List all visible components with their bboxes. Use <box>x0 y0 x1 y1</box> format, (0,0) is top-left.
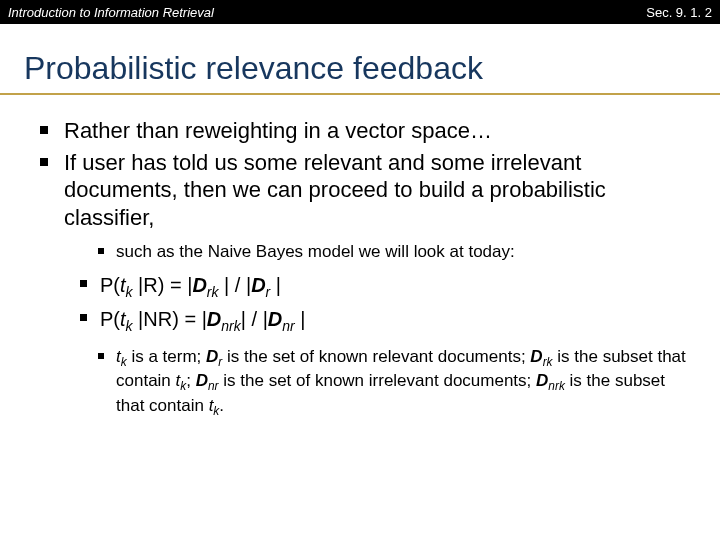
bullet-2: If user has told us some relevant and so… <box>40 149 688 420</box>
bullet-1: Rather than reweighting in a vector spac… <box>40 117 688 145</box>
d-nr5: nr <box>208 380 219 394</box>
f1-Dr-D: D <box>251 274 265 296</box>
formula-1: P(tk |R) = |Drk | / |Dr | <box>80 272 688 302</box>
f1-Drk-D: D <box>192 274 206 296</box>
d-nrk6: nrk <box>548 380 565 394</box>
formula-list: P(tk |R) = |Drk | / |Dr | P(tk |NR) = |D… <box>80 272 688 336</box>
d-rest5: is the set of known irrelevant documents… <box>219 371 537 390</box>
d-rk3: rk <box>543 355 553 369</box>
f2-Dnr-nr: nr <box>282 318 294 334</box>
d-D2: D <box>206 347 218 366</box>
d-rest2: is the set of known relevant documents; <box>222 347 530 366</box>
bullet-2-text: If user has told us some relevant and so… <box>64 150 606 230</box>
f2-Dnrk-nrk: nrk <box>221 318 240 334</box>
d-rest4: ; <box>186 371 195 390</box>
f1-Drk-rk: rk <box>207 284 219 300</box>
header-left: Introduction to Information Retrieval <box>8 5 214 20</box>
bullet-2-sub1: such as the Naive Bayes model we will lo… <box>98 241 688 264</box>
f1-mid2: | / | <box>219 274 252 296</box>
f2-mid: |NR) = | <box>133 308 207 330</box>
f2-end: | <box>295 308 306 330</box>
f1-end: | <box>270 274 281 296</box>
definitions: tk is a term; Dr is the set of known rel… <box>98 346 688 419</box>
f1-k: k <box>126 284 133 300</box>
definitions-list: tk is a term; Dr is the set of known rel… <box>98 346 688 419</box>
slide-content: Rather than reweighting in a vector spac… <box>0 117 720 419</box>
f2-Dnr-D: D <box>268 308 282 330</box>
d-D6: D <box>536 371 548 390</box>
header-right: Sec. 9. 1. 2 <box>646 5 712 20</box>
slide-header: Introduction to Information Retrieval Se… <box>0 0 720 24</box>
f2-Dnrk-D: D <box>207 308 221 330</box>
formula-2: P(tk |NR) = |Dnrk| / |Dnr | <box>80 306 688 336</box>
bullet-2-sublist: such as the Naive Bayes model we will lo… <box>98 241 688 264</box>
d-r1: is a term; <box>127 347 206 366</box>
d-D3: D <box>530 347 542 366</box>
d-rest7: . <box>219 396 224 415</box>
f2-prefix: P( <box>100 308 120 330</box>
f1-prefix: P( <box>100 274 120 296</box>
f1-mid: |R) = | <box>133 274 193 296</box>
f2-mid2: | / | <box>241 308 268 330</box>
bullet-list: Rather than reweighting in a vector spac… <box>40 117 688 419</box>
d-D5: D <box>196 371 208 390</box>
slide-title: Probabilistic relevance feedback <box>0 24 720 95</box>
f2-k: k <box>126 318 133 334</box>
